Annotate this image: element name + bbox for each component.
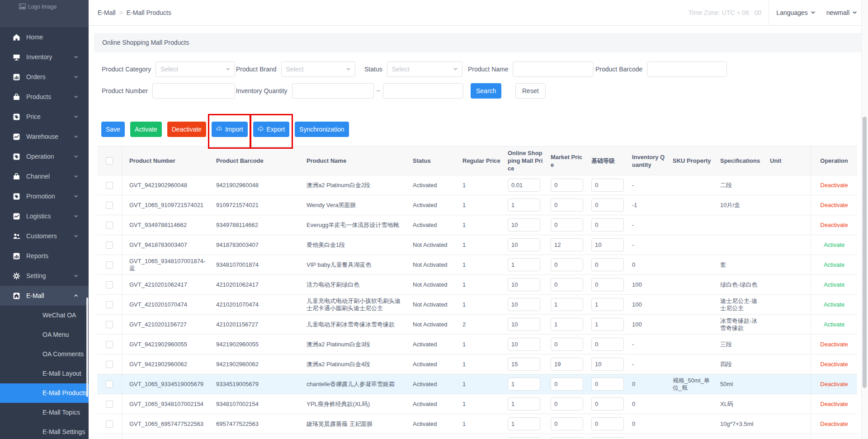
operation-deactivate-link[interactable]: Deactivate	[820, 202, 848, 209]
sidebar-item-customers[interactable]: Customers	[0, 226, 89, 246]
base-level-input[interactable]	[591, 278, 624, 291]
online-mall-price-input[interactable]	[508, 298, 540, 311]
sidebar-subitem-e-mall-settings[interactable]: E-Mall Settings	[0, 422, 89, 439]
product-name-input[interactable]	[513, 61, 594, 77]
operation-deactivate-link[interactable]: Deactivate	[820, 361, 848, 368]
status-select[interactable]: Select	[387, 61, 462, 77]
search-button[interactable]: Search	[471, 83, 501, 99]
market-price-input[interactable]	[551, 278, 583, 291]
row-checkbox[interactable]	[106, 202, 113, 209]
base-level-input[interactable]	[591, 378, 624, 391]
base-level-input[interactable]	[591, 397, 624, 411]
market-price-input[interactable]	[551, 338, 583, 351]
base-level-input[interactable]	[591, 417, 624, 430]
base-level-input[interactable]	[591, 358, 624, 371]
market-price-input[interactable]	[551, 417, 583, 430]
sidebar-subitem-wechat-oa[interactable]: WeChat OA	[0, 306, 89, 325]
save-button[interactable]: Save	[101, 122, 125, 137]
row-checkbox[interactable]	[106, 361, 113, 368]
operation-activate-link[interactable]: Activate	[824, 281, 844, 288]
sidebar-item-logistics[interactable]: Logistics	[0, 206, 89, 226]
market-price-input[interactable]	[551, 318, 583, 331]
row-checkbox[interactable]	[106, 341, 113, 348]
sidebar-item-channel[interactable]: Channel	[0, 166, 89, 186]
operation-activate-link[interactable]: Activate	[824, 261, 844, 269]
sidebar-item-price[interactable]: Price	[0, 107, 89, 127]
operation-deactivate-link[interactable]: Deactivate	[820, 341, 848, 348]
inventory-quantity-min-input[interactable]	[292, 83, 374, 99]
sidebar-item-promotion[interactable]: Promotion	[0, 186, 89, 206]
operation-deactivate-link[interactable]: Deactivate	[820, 222, 848, 229]
online-mall-price-input[interactable]	[508, 218, 540, 231]
product-category-select[interactable]: Select	[156, 61, 235, 77]
sidebar-item-reports[interactable]: Reports	[0, 246, 89, 266]
online-mall-price-input[interactable]	[508, 278, 540, 291]
sidebar-subitem-oa-menu[interactable]: OA Menu	[0, 325, 89, 345]
base-level-input[interactable]	[591, 198, 624, 212]
base-level-input[interactable]	[591, 238, 624, 251]
market-price-input[interactable]	[551, 198, 583, 212]
sidebar-item-warehouse[interactable]: Warehouse	[0, 127, 89, 146]
online-mall-price-input[interactable]	[508, 258, 540, 271]
online-mall-price-input[interactable]	[508, 417, 540, 430]
operation-activate-link[interactable]: Activate	[824, 321, 844, 328]
base-level-input[interactable]	[591, 258, 624, 271]
sidebar-scrollbar-thumb[interactable]	[86, 297, 88, 397]
market-price-input[interactable]	[551, 358, 583, 371]
sidebar-item-inventory[interactable]: Inventory	[0, 47, 89, 67]
operation-deactivate-link[interactable]: Deactivate	[820, 182, 848, 189]
select-all-checkbox[interactable]	[106, 157, 113, 165]
operation-deactivate-link[interactable]: Deactivate	[820, 420, 848, 428]
base-level-input[interactable]	[591, 338, 624, 351]
online-mall-price-input[interactable]	[508, 338, 540, 351]
base-level-input[interactable]	[591, 218, 624, 231]
market-price-input[interactable]	[551, 298, 583, 311]
sidebar-subitem-e-mall-products[interactable]: E-Mall Products	[0, 383, 89, 403]
row-checkbox[interactable]	[106, 182, 113, 189]
online-mall-price-input[interactable]	[508, 358, 540, 371]
synchronization-button[interactable]: Synchronization	[295, 122, 349, 137]
operation-deactivate-link[interactable]: Deactivate	[820, 381, 848, 388]
market-price-input[interactable]	[551, 258, 583, 271]
activate-button[interactable]: Activate	[130, 122, 162, 137]
reset-button[interactable]: Reset	[515, 83, 546, 99]
sidebar-subitem-oa-comments[interactable]: OA Comments	[0, 345, 89, 364]
online-mall-price-input[interactable]	[508, 318, 540, 331]
inventory-quantity-max-input[interactable]	[383, 83, 463, 99]
row-checkbox[interactable]	[106, 401, 113, 408]
sidebar-subitem-e-mall-layout[interactable]: E-Mall Layout	[0, 364, 89, 383]
online-mall-price-input[interactable]	[508, 238, 540, 251]
row-checkbox[interactable]	[106, 420, 113, 428]
base-level-input[interactable]	[591, 437, 624, 439]
market-price-input[interactable]	[551, 218, 583, 231]
operation-activate-link[interactable]: Activate	[824, 301, 844, 308]
product-barcode-input[interactable]	[647, 61, 727, 77]
row-checkbox[interactable]	[106, 261, 113, 269]
sidebar-subitem-e-mall-topics[interactable]: E-Mall Topics	[0, 403, 89, 422]
row-checkbox[interactable]	[106, 321, 113, 328]
operation-activate-link[interactable]: Activate	[824, 241, 844, 249]
online-mall-price-input[interactable]	[508, 179, 540, 192]
online-mall-price-input[interactable]	[508, 378, 540, 391]
market-price-input[interactable]	[551, 179, 583, 192]
sidebar-item-orders[interactable]: Orders	[0, 67, 89, 87]
operation-deactivate-link[interactable]: Deactivate	[820, 401, 848, 408]
row-checkbox[interactable]	[106, 281, 113, 288]
base-level-input[interactable]	[591, 318, 624, 331]
product-number-input[interactable]	[152, 83, 235, 99]
row-checkbox[interactable]	[106, 222, 113, 229]
market-price-input[interactable]	[551, 238, 583, 251]
product-brand-select[interactable]: Select	[281, 61, 355, 77]
online-mall-price-input[interactable]	[508, 397, 540, 411]
sidebar-item-home[interactable]: Home	[0, 27, 89, 47]
online-mall-price-input[interactable]	[508, 437, 540, 439]
online-mall-price-input[interactable]	[508, 198, 540, 212]
sidebar-item-operation[interactable]: Operation	[0, 146, 89, 166]
base-level-input[interactable]	[591, 298, 624, 311]
deactivate-button[interactable]: Deactivate	[167, 122, 206, 137]
base-level-input[interactable]	[591, 179, 624, 192]
languages-dropdown[interactable]: Languages	[776, 9, 815, 16]
account-dropdown[interactable]: newmall	[826, 9, 857, 16]
market-price-input[interactable]	[551, 378, 583, 391]
import-button[interactable]: Import	[212, 122, 248, 137]
